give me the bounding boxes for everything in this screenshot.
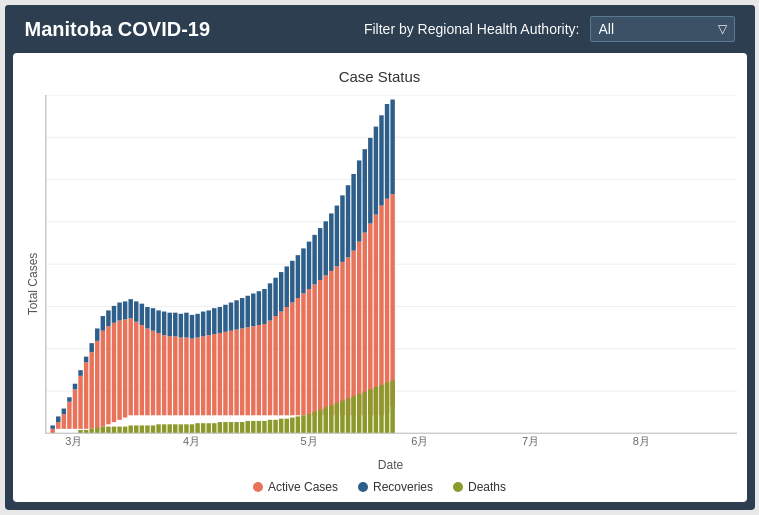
svg-rect-124 xyxy=(345,257,349,415)
svg-rect-57 xyxy=(156,310,160,333)
svg-rect-67 xyxy=(184,313,188,338)
svg-rect-129 xyxy=(356,160,360,241)
svg-rect-158 xyxy=(161,424,165,433)
svg-rect-72 xyxy=(200,336,204,415)
x-tick-6: 6月 xyxy=(411,434,428,449)
svg-rect-21 xyxy=(56,416,60,422)
svg-rect-83 xyxy=(228,303,232,331)
svg-rect-120 xyxy=(334,266,338,415)
chart-container: Case Status Total Cases xyxy=(13,53,747,502)
x-tick-4: 4月 xyxy=(183,434,200,449)
svg-rect-80 xyxy=(223,332,227,415)
svg-rect-193 xyxy=(356,394,360,433)
svg-rect-192 xyxy=(351,396,355,433)
x-axis-ticks: 3月 4月 5月 6月 7月 8月 xyxy=(45,434,737,456)
svg-rect-44 xyxy=(122,319,126,417)
svg-rect-151 xyxy=(122,427,126,434)
svg-rect-98 xyxy=(273,316,277,415)
svg-rect-185 xyxy=(312,412,316,433)
svg-rect-50 xyxy=(139,325,143,415)
svg-rect-63 xyxy=(173,313,177,337)
svg-rect-48 xyxy=(134,322,138,416)
recoveries-label: Recoveries xyxy=(373,480,433,494)
svg-rect-69 xyxy=(189,315,193,339)
svg-rect-106 xyxy=(295,298,299,415)
svg-rect-182 xyxy=(295,416,299,433)
svg-rect-121 xyxy=(334,206,338,267)
svg-rect-188 xyxy=(329,405,333,433)
svg-rect-58 xyxy=(161,335,165,415)
svg-rect-36 xyxy=(100,331,104,427)
svg-rect-104 xyxy=(290,303,294,416)
svg-rect-118 xyxy=(329,271,333,415)
svg-rect-34 xyxy=(95,341,99,429)
svg-rect-167 xyxy=(212,423,216,433)
legend-recoveries: Recoveries xyxy=(358,480,433,494)
svg-rect-25 xyxy=(67,397,71,402)
svg-rect-170 xyxy=(228,422,232,433)
svg-rect-171 xyxy=(234,422,238,433)
svg-rect-172 xyxy=(239,422,243,433)
svg-rect-156 xyxy=(150,425,154,433)
svg-rect-55 xyxy=(150,308,154,331)
svg-rect-137 xyxy=(379,115,383,205)
y-axis-label: Total Cases xyxy=(23,95,43,472)
svg-rect-61 xyxy=(167,313,171,337)
svg-rect-169 xyxy=(223,422,227,433)
svg-rect-79 xyxy=(217,307,221,333)
svg-rect-145 xyxy=(89,429,93,434)
svg-rect-198 xyxy=(384,383,388,434)
svg-rect-173 xyxy=(245,421,249,433)
svg-rect-159 xyxy=(167,424,171,433)
svg-rect-157 xyxy=(156,424,160,433)
svg-rect-102 xyxy=(284,307,288,415)
x-tick-5: 5月 xyxy=(301,434,318,449)
svg-rect-161 xyxy=(178,424,182,433)
app-title: Manitoba COVID-19 xyxy=(25,18,211,41)
svg-rect-141 xyxy=(390,100,394,195)
svg-rect-132 xyxy=(368,224,372,416)
svg-rect-88 xyxy=(245,327,249,415)
svg-rect-177 xyxy=(267,420,271,434)
svg-rect-147 xyxy=(100,427,104,434)
svg-rect-199 xyxy=(390,380,394,433)
legend-deaths: Deaths xyxy=(453,480,506,494)
deaths-label: Deaths xyxy=(468,480,506,494)
svg-rect-29 xyxy=(78,370,82,376)
svg-rect-197 xyxy=(379,385,383,433)
svg-rect-178 xyxy=(273,420,277,434)
deaths-dot xyxy=(453,482,463,492)
svg-rect-45 xyxy=(122,301,126,319)
svg-rect-133 xyxy=(368,138,372,224)
svg-rect-135 xyxy=(373,127,377,215)
svg-rect-115 xyxy=(317,228,321,280)
svg-rect-54 xyxy=(150,331,154,416)
svg-rect-153 xyxy=(134,425,138,433)
svg-rect-24 xyxy=(67,402,71,429)
svg-rect-47 xyxy=(128,299,132,318)
svg-rect-116 xyxy=(323,275,327,415)
svg-rect-84 xyxy=(234,330,238,416)
region-filter-select[interactable]: All Winnipeg Prairie Mountain Northern I… xyxy=(590,16,735,42)
legend-active-cases: Active Cases xyxy=(253,480,338,494)
svg-rect-138 xyxy=(384,199,388,413)
svg-rect-184 xyxy=(306,414,310,433)
svg-rect-189 xyxy=(334,403,338,433)
svg-rect-96 xyxy=(267,321,271,416)
svg-rect-78 xyxy=(217,333,221,415)
svg-rect-97 xyxy=(267,283,271,320)
svg-rect-87 xyxy=(239,298,243,328)
svg-rect-107 xyxy=(295,255,299,298)
svg-rect-75 xyxy=(206,310,210,335)
chart-area: Total Cases xyxy=(23,95,737,472)
svg-rect-86 xyxy=(239,328,243,415)
filter-wrapper: All Winnipeg Prairie Mountain Northern I… xyxy=(590,16,735,42)
svg-rect-52 xyxy=(145,328,149,415)
svg-rect-59 xyxy=(161,312,165,336)
svg-rect-176 xyxy=(262,421,266,433)
svg-rect-31 xyxy=(83,357,87,363)
active-cases-label: Active Cases xyxy=(268,480,338,494)
svg-rect-127 xyxy=(351,174,355,251)
svg-rect-43 xyxy=(117,303,121,321)
svg-rect-62 xyxy=(173,336,177,415)
